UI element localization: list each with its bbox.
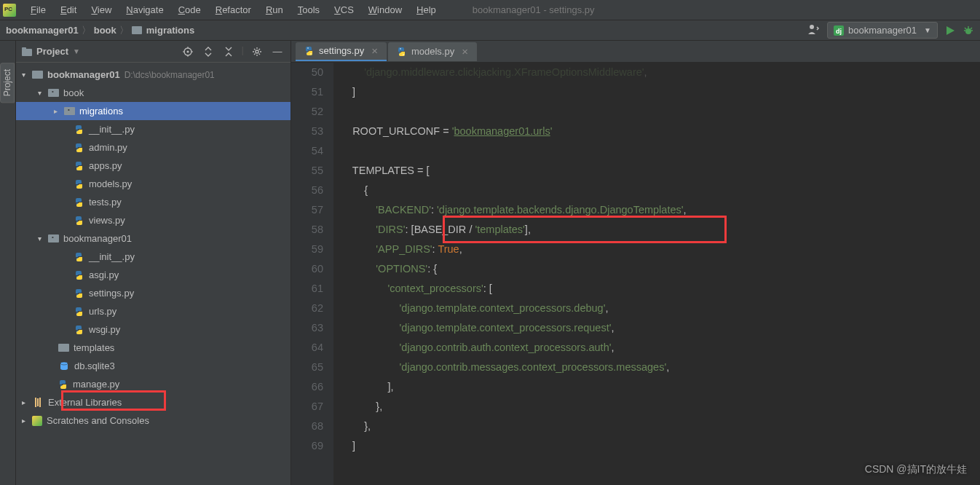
- code-line-58[interactable]: 'DIRS': [BASE_DIR / 'templates'],: [341, 220, 980, 240]
- code-line-64[interactable]: 'django.contrib.auth.context_processors.…: [341, 338, 980, 358]
- code-line-62[interactable]: 'django.template.context_processors.debu…: [341, 299, 980, 318]
- breadcrumb[interactable]: bookmanager01 〉 book 〉 migrations: [6, 24, 194, 37]
- run-configuration-dropdown[interactable]: dj bookmanager01 ▼: [827, 22, 938, 39]
- tab-models-py[interactable]: models.py×: [388, 42, 477, 61]
- tree-file-wsgi-py[interactable]: wsgi.py: [16, 320, 291, 339]
- code-line-55[interactable]: TEMPLATES = [: [341, 161, 980, 181]
- menu-code[interactable]: Code: [171, 1, 208, 18]
- pycharm-icon: [3, 4, 16, 17]
- code-line-60[interactable]: 'OPTIONS': {: [341, 259, 980, 279]
- menu-help[interactable]: Help: [409, 1, 443, 18]
- menu-file[interactable]: File: [23, 1, 53, 18]
- code-line-63[interactable]: 'django.template.context_processors.requ…: [341, 318, 980, 338]
- line-number: 60: [291, 259, 323, 279]
- menu-refactor[interactable]: Refactor: [208, 1, 258, 18]
- tree-db[interactable]: db.sqlite3: [16, 357, 291, 375]
- tree-file-asgi-py[interactable]: asgi.py: [16, 266, 291, 284]
- code-line-57[interactable]: 'BACKEND': 'django.template.backends.dja…: [341, 200, 980, 220]
- chevron-down-icon: ▼: [924, 26, 931, 34]
- code-line-59[interactable]: 'APP_DIRS': True,: [341, 240, 980, 259]
- tree-label: migrations: [79, 106, 123, 117]
- code-line-67[interactable]: },: [341, 397, 980, 417]
- menu-tools[interactable]: Tools: [291, 1, 327, 18]
- close-icon[interactable]: ×: [371, 44, 378, 57]
- svg-point-23: [403, 54, 404, 55]
- tree-templates[interactable]: templates: [16, 339, 291, 357]
- tree-file-admin-py[interactable]: admin.py: [16, 138, 291, 157]
- tree-file-__init__-py[interactable]: __init__.py: [16, 248, 291, 266]
- tree-book[interactable]: ▾book: [16, 84, 291, 102]
- chevron-icon[interactable]: ▾: [38, 234, 47, 242]
- folder-icon: [132, 26, 142, 34]
- chevron-icon[interactable]: ▸: [22, 417, 31, 425]
- line-number: 53: [291, 122, 323, 141]
- svg-rect-9: [22, 49, 32, 56]
- hide-icon[interactable]: —: [270, 44, 285, 59]
- expand-all-icon[interactable]: [201, 44, 216, 59]
- line-number: 50: [291, 63, 323, 82]
- chevron-icon[interactable]: ▸: [54, 107, 63, 115]
- chevron-down-icon[interactable]: ▼: [73, 47, 80, 55]
- code-line-50[interactable]: 'django.middleware.clickjacking.XFrameOp…: [341, 63, 980, 82]
- code-line-65[interactable]: 'django.contrib.messages.context_process…: [341, 358, 980, 377]
- run-button[interactable]: [945, 25, 955, 36]
- chevron-icon[interactable]: ▸: [22, 398, 31, 406]
- locate-icon[interactable]: [181, 44, 195, 59]
- breadcrumb-item[interactable]: bookmanager01: [6, 25, 79, 36]
- code-line-69[interactable]: ]: [341, 436, 980, 456]
- folder-icon: [48, 89, 59, 97]
- python-file-icon: [397, 47, 407, 57]
- code-line-61[interactable]: 'context_processors': [: [341, 279, 980, 299]
- chevron-icon[interactable]: ▾: [38, 89, 47, 97]
- run-config-label: bookmanager01: [848, 25, 917, 36]
- close-icon[interactable]: ×: [462, 45, 468, 58]
- python-file-icon: [74, 307, 84, 317]
- tree-scratches[interactable]: ▸Scratches and Consoles: [16, 411, 291, 430]
- tree-file-urls-py[interactable]: urls.py: [16, 302, 291, 320]
- window-title: bookmanager01 - settings.py: [473, 4, 595, 15]
- tree-migrations[interactable]: ▸migrations: [16, 102, 291, 120]
- tree-file-models-py[interactable]: models.py: [16, 175, 291, 193]
- project-tool-window: Project ▼ | — ▾bookmanager01D:\dcs\bookm…: [16, 41, 291, 485]
- tree-file-views-py[interactable]: views.py: [16, 211, 291, 229]
- code-line-54[interactable]: [341, 141, 980, 161]
- python-file-icon: [74, 270, 84, 280]
- code-line-51[interactable]: ]: [341, 82, 980, 102]
- debug-button[interactable]: [963, 25, 974, 36]
- menu-run[interactable]: Run: [258, 1, 291, 18]
- user-icon[interactable]: [807, 23, 820, 37]
- line-number: 68: [291, 417, 323, 436]
- tree-external-libraries[interactable]: ▸External Libraries: [16, 393, 291, 411]
- chevron-icon[interactable]: ▾: [22, 71, 31, 79]
- collapse-all-icon[interactable]: [221, 44, 236, 59]
- tree-manage[interactable]: manage.py: [16, 375, 291, 393]
- code-line-52[interactable]: [341, 102, 980, 122]
- tree-bookmanager01[interactable]: ▾bookmanager01: [16, 229, 291, 248]
- tree-file-apps-py[interactable]: apps.py: [16, 157, 291, 175]
- breadcrumb-item[interactable]: book: [94, 25, 116, 36]
- code-line-68[interactable]: },: [341, 417, 980, 436]
- code-line-53[interactable]: ROOT_URLCONF = 'bookmanager01.urls': [341, 122, 980, 141]
- python-file-icon: [74, 161, 84, 171]
- settings-icon[interactable]: [250, 44, 264, 59]
- menu-vcs[interactable]: VCS: [327, 1, 361, 18]
- line-number: 61: [291, 279, 323, 299]
- menu-edit[interactable]: Edit: [53, 1, 84, 18]
- tree-label: __init__.py: [89, 124, 135, 135]
- tab-settings-py[interactable]: settings.py×: [296, 42, 387, 61]
- breadcrumb-item[interactable]: migrations: [146, 25, 194, 36]
- menu-view[interactable]: View: [84, 1, 119, 18]
- code-editor[interactable]: 5051525354555657585960616263646566676869…: [291, 63, 980, 485]
- tree-file-tests-py[interactable]: tests.py: [16, 193, 291, 211]
- menu-navigate[interactable]: Navigate: [119, 1, 170, 18]
- tree-file-settings-py[interactable]: settings.py: [16, 284, 291, 302]
- tree-label: External Libraries: [48, 397, 122, 408]
- project-tree[interactable]: ▾bookmanager01D:\dcs\bookmanager01▾book▸…: [16, 63, 291, 485]
- menu-window[interactable]: Window: [361, 1, 409, 18]
- code-body[interactable]: 'django.middleware.clickjacking.XFrameOp…: [333, 63, 980, 485]
- tree-file-__init__-py[interactable]: __init__.py: [16, 120, 291, 138]
- code-line-56[interactable]: {: [341, 181, 980, 200]
- tree-root[interactable]: ▾bookmanager01D:\dcs\bookmanager01: [16, 66, 291, 84]
- project-tool-tab[interactable]: Project: [0, 63, 15, 103]
- code-line-66[interactable]: ],: [341, 377, 980, 397]
